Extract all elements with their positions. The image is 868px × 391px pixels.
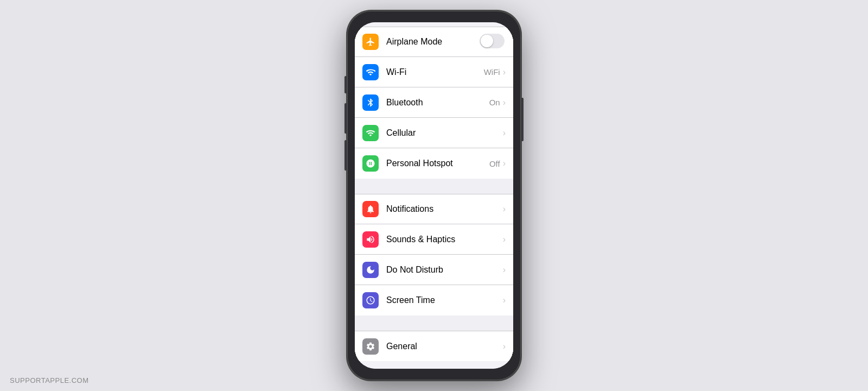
hotspot-value: Off xyxy=(489,159,500,168)
screentime-row[interactable]: Screen Time › xyxy=(355,285,513,316)
sounds-icon-wrap xyxy=(362,231,379,248)
bluetooth-label: Bluetooth xyxy=(386,98,489,108)
cellular-icon-wrap xyxy=(362,125,379,141)
mute-button xyxy=(344,76,347,93)
hotspot-label: Personal Hotspot xyxy=(386,159,489,168)
cellular-chevron: › xyxy=(503,128,506,138)
airplane-toggle-track[interactable] xyxy=(480,34,505,48)
system-section: Notifications › Sounds & Haptics › xyxy=(355,194,513,316)
dnd-chevron: › xyxy=(503,265,506,275)
hotspot-row[interactable]: Personal Hotspot Off › xyxy=(355,148,513,179)
notifications-chevron: › xyxy=(503,204,506,214)
airplane-mode-row[interactable]: Airplane Mode xyxy=(355,27,513,57)
screentime-icon-wrap xyxy=(362,292,379,308)
screentime-chevron: › xyxy=(503,295,506,305)
airplane-icon xyxy=(366,37,375,47)
general-row[interactable]: General › xyxy=(355,331,513,361)
wifi-icon xyxy=(366,67,375,77)
dnd-icon xyxy=(366,265,375,275)
notifications-label: Notifications xyxy=(386,204,503,214)
phone-screen: Airplane Mode Wi-Fi WiFi xyxy=(355,22,513,369)
bluetooth-chevron: › xyxy=(503,98,506,108)
dnd-row[interactable]: Do Not Disturb › xyxy=(355,255,513,285)
airplane-toggle-knob xyxy=(481,35,493,47)
airplane-mode-icon-wrap xyxy=(362,34,379,50)
airplane-mode-label: Airplane Mode xyxy=(386,37,480,47)
cellular-icon xyxy=(366,128,375,138)
sounds-icon xyxy=(366,235,375,244)
watermark-text: SUPPORTAPPLE.COM xyxy=(10,376,89,384)
bluetooth-row[interactable]: Bluetooth On › xyxy=(355,87,513,118)
hotspot-icon-wrap xyxy=(362,155,379,172)
general-chevron: › xyxy=(503,342,506,351)
settings-list: Airplane Mode Wi-Fi WiFi xyxy=(355,22,513,369)
wifi-row[interactable]: Wi-Fi WiFi › xyxy=(355,57,513,87)
cellular-label: Cellular xyxy=(386,128,503,138)
bluetooth-icon-wrap xyxy=(362,94,379,111)
section-gap-2 xyxy=(355,316,513,331)
wifi-chevron: › xyxy=(503,67,506,77)
airplane-toggle[interactable] xyxy=(480,34,505,51)
hotspot-icon xyxy=(366,159,375,168)
connectivity-section: Airplane Mode Wi-Fi WiFi xyxy=(355,27,513,179)
sounds-label: Sounds & Haptics xyxy=(386,235,503,244)
phone-device: Airplane Mode Wi-Fi WiFi xyxy=(347,11,521,380)
general-icon xyxy=(366,342,375,351)
power-button xyxy=(521,98,524,141)
cellular-row[interactable]: Cellular › xyxy=(355,118,513,148)
notifications-row[interactable]: Notifications › xyxy=(355,194,513,224)
general-section: General › xyxy=(355,331,513,361)
bluetooth-icon xyxy=(366,98,375,108)
general-icon-wrap xyxy=(362,338,379,355)
sounds-chevron: › xyxy=(503,235,506,244)
volume-down-button xyxy=(344,140,347,171)
bluetooth-value: On xyxy=(489,98,500,107)
general-label: General xyxy=(386,342,503,351)
notifications-icon xyxy=(366,204,375,214)
wifi-icon-wrap xyxy=(362,64,379,80)
wifi-label: Wi-Fi xyxy=(386,67,484,77)
notifications-icon-wrap xyxy=(362,201,379,217)
sounds-row[interactable]: Sounds & Haptics › xyxy=(355,224,513,255)
screentime-label: Screen Time xyxy=(386,295,503,305)
screentime-icon xyxy=(366,295,375,305)
hotspot-chevron: › xyxy=(503,159,506,168)
dnd-label: Do Not Disturb xyxy=(386,265,503,275)
section-gap-1 xyxy=(355,179,513,194)
wifi-value: WiFi xyxy=(484,67,500,77)
volume-up-button xyxy=(344,103,347,134)
dnd-icon-wrap xyxy=(362,262,379,278)
